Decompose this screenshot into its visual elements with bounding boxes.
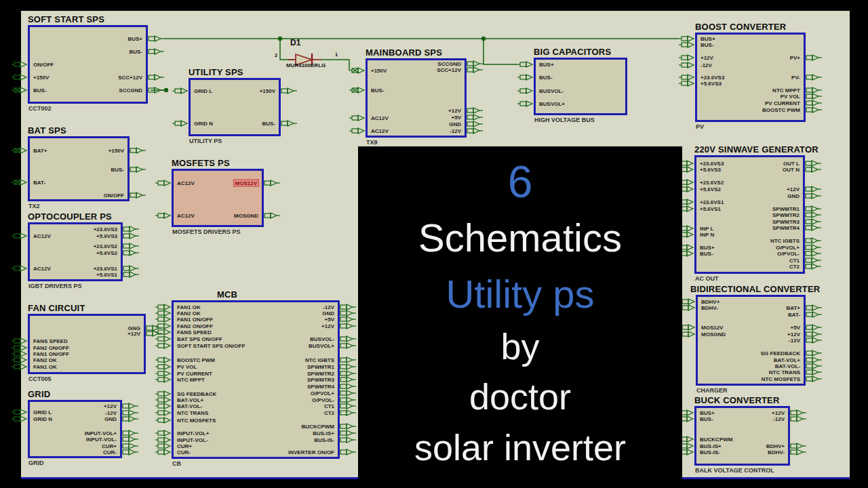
bidirectional-converter-pin-5v: +5V: [791, 325, 800, 331]
optocoupler-ps-pin-5-6vs1: +5.6VS1: [96, 272, 117, 278]
pin-terminal-icon: [790, 415, 806, 422]
pin-terminal-icon: [122, 436, 138, 443]
pin-terminal-icon: [679, 41, 695, 48]
mcb-pin-pv-vol: PV VOL: [177, 364, 197, 370]
pin-terminal-icon: [805, 263, 821, 270]
pin-terminal-icon: [172, 120, 189, 127]
pin-terminal-icon: [340, 383, 356, 390]
pin-terminal-icon: [130, 147, 146, 154]
pin-terminal-icon: [806, 369, 822, 375]
buck-converter-pin-bus: BUS+: [700, 410, 715, 416]
soft-start-sps-pin-150v: +150V: [33, 75, 49, 81]
pin-terminal-icon: [130, 192, 146, 199]
big-capacitors-pin-bus: BUS-: [539, 75, 553, 81]
pin-terminal-icon: [12, 409, 28, 415]
pin-terminal-icon: [155, 449, 172, 455]
pin-terminal-icon: [349, 127, 366, 134]
mcb-pin-ntc-trans: NTC TRANS: [177, 410, 208, 416]
mcb-pin-o-pvol: O/PVOL-: [312, 397, 334, 403]
soft-start-sps-pin-scc-12v: SCC+12V: [118, 75, 142, 81]
pin-terminal-icon: [12, 265, 28, 272]
mcb-pin-ntc-mppt: NTC MPPT: [177, 377, 205, 383]
mosfets-ps-pin-mosgnd: MOSGND: [234, 213, 258, 219]
mosfets-ps-sublabel: MOSFETS DRIVERS PS: [172, 228, 241, 235]
utility-sps-pin-150v: +150V: [260, 88, 275, 94]
mcb-pin-5v: +5V: [325, 317, 334, 323]
pin-terminal-icon: [281, 120, 297, 127]
optocoupler-ps-pin-ac12v: AC12V: [33, 233, 51, 239]
soft-start-sps-title: SOFT START SPS: [28, 14, 104, 24]
sinwave-generator-pin-5-6vs1: +5.6VS1: [700, 206, 721, 212]
overlay-line-doctor: doctor: [358, 371, 682, 422]
boost-converter-pin-5-6vs3: +5.6VS3: [701, 81, 722, 87]
mcb-pin-spwmtr2: SPWMTR2: [307, 371, 334, 377]
pin-terminal-icon: [805, 211, 821, 218]
mainboard-sps-pin-scc-12v: SCC+12V: [437, 67, 461, 73]
buck-converter-sublabel: BALK VOLTAGE CONTROL: [695, 467, 774, 474]
bat-sps-pin-bat: BAT-: [33, 180, 45, 186]
boost-converter-title: BOOST CONVERTER: [695, 22, 786, 32]
mcb-pin-bat-vol: BAT-VOL+: [177, 397, 203, 403]
grid-pin-input-vol: INPUT-VOL-: [86, 436, 117, 443]
pin-terminal-icon: [340, 357, 356, 363]
pin-terminal-icon: [340, 390, 356, 396]
bidirectional-converter-pin-ntc-mosfets: NTC MOSFETS: [762, 376, 800, 382]
utility-sps-title: UTILITY SPS: [189, 67, 243, 77]
mcb-pin-input-vol: INPUT-VOL+: [177, 430, 209, 436]
buck-converter-pin-buckcpwm: BUCKCPWM: [700, 436, 732, 443]
mcb-pin-bus-is: BUS-IS+: [313, 430, 334, 436]
sinwave-generator-pin-spwmtr4: SPWMTR4: [772, 225, 800, 231]
pin-terminal-icon: [155, 316, 172, 323]
pin-terminal-icon: [467, 66, 483, 73]
mcb-pin-pv-current: PV CURRENT: [177, 371, 212, 377]
pin-terminal-icon: [123, 271, 139, 278]
soft-start-sps-pin-on-off: ON/OFF: [33, 62, 54, 68]
pin-terminal-icon: [806, 311, 822, 318]
sinwave-generator-pin-ct1: CT1: [789, 258, 800, 264]
bat-sps-pin-bat: BAT+: [33, 148, 47, 154]
optocoupler-ps-pin-23-6vs2: +23.6VS2: [94, 243, 117, 249]
pin-terminal-icon: [467, 114, 483, 121]
boost-converter-pin-boostc-pwm: BOOSTC PWM: [762, 107, 800, 113]
fan-circuit-title: FAN CIRCUIT: [28, 303, 85, 313]
sinwave-generator-pin-inp-n: INP N: [700, 232, 714, 238]
pin-terminal-icon: [12, 338, 28, 344]
pin-terminal-icon: [148, 48, 164, 55]
mosfets-ps-pin-ac12v: AC12V: [177, 180, 195, 186]
pin-terminal-icon: [805, 224, 821, 231]
buck-converter-pin-bdhv: BDHV+: [766, 443, 785, 449]
boost-converter-pin-pv-vol: PV VOL: [781, 94, 800, 100]
mcb-pin-fan1-on-off: FAN1 ON/OFF: [177, 317, 213, 323]
sinwave-generator-pin-23-6vs1: +23.6VS1: [700, 199, 724, 205]
pin-terminal-icon: [12, 147, 28, 154]
mainboard-sps-pin-bus: BUS-: [371, 87, 384, 94]
pin-terminal-icon: [790, 449, 806, 455]
utility-sps-sublabel: UTILITY PS: [189, 138, 222, 144]
bat-sps-sublabel: TX2: [28, 203, 40, 209]
pin-terminal-icon: [155, 180, 172, 186]
pin-terminal-icon: [806, 350, 822, 357]
bidirectional-converter-pin-mos12v: MOS12V: [701, 325, 723, 331]
sinwave-generator-pin-spwmtr3: SPWMTR3: [772, 219, 800, 225]
mainboard-sps-pin-12v: -12V: [450, 128, 461, 134]
pin-terminal-icon: [805, 166, 821, 173]
schematic-thumbnail: SOFT START SPSCCT002ON/OFF+150VBUS-BUS+B…: [0, 0, 868, 488]
pin-terminal-icon: [806, 93, 822, 100]
diode-part-label: MUR4100ERLG: [286, 62, 326, 68]
soft-start-sps-pin-bus: BUS+: [127, 36, 142, 42]
mcb-pin-bus-is: BUS-IS-: [314, 437, 334, 443]
bidirectional-converter-pin-12v: -12V: [789, 338, 800, 344]
sinwave-generator-pin-out-l: OUT L: [783, 161, 800, 167]
mainboard-sps-sublabel: TX9: [366, 139, 378, 146]
mcb-pin-ntc-mosfets: NTC MOSFETS: [177, 418, 216, 424]
sinwave-generator-pin-23-6vs3: +23.6VS3: [700, 161, 724, 167]
mcb-pin-busvol: BUSVOL+: [309, 343, 334, 349]
bidirectional-converter-pin-bat: BAT+: [786, 305, 800, 311]
bat-sps-pin-150v: +150V: [108, 148, 124, 154]
sinwave-generator-pin-o-pvol: O/PVOL+: [776, 245, 800, 251]
utility-sps-body: [189, 78, 281, 136]
title-overlay-panel: 6SchematicsUtility psbydoctorsolar inver…: [358, 146, 682, 488]
mcb-pin-ct2: CT2: [324, 410, 334, 416]
sinwave-generator-pin-ct2: CT2: [789, 264, 800, 270]
mcb-pin-ct1: CT1: [324, 403, 334, 409]
